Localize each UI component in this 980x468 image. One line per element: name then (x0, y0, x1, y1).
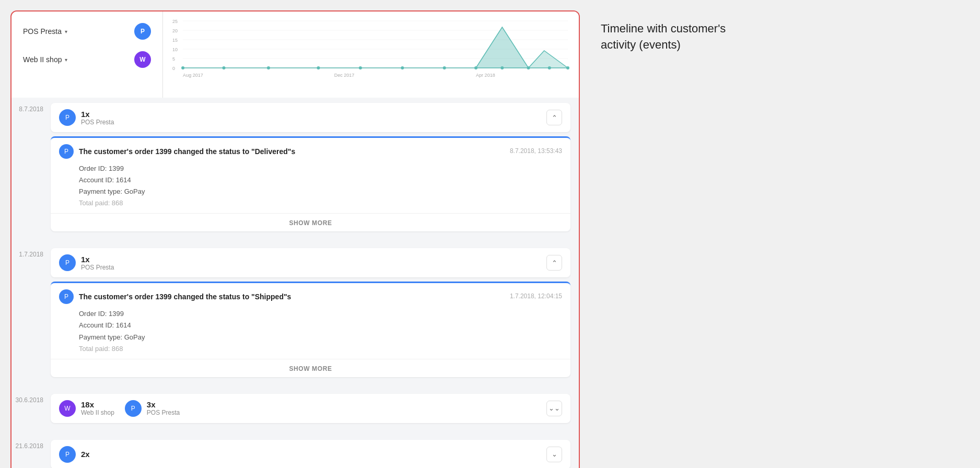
summary-info-2: 1x POS Presta (81, 255, 114, 271)
svg-marker-29 (476, 27, 529, 68)
summary-count-1: 1x (81, 110, 114, 119)
summary-source-3a: Web II shop (81, 409, 114, 416)
svg-point-17 (181, 66, 184, 69)
timeline-group-8-7-2018: 8.7.2018 P 1x POS Presta ⌃ (11, 98, 570, 237)
summary-left-4: P 2x (59, 446, 90, 463)
summary-count-2: 1x (81, 255, 114, 264)
timeline-container: 8.7.2018 P 1x POS Presta ⌃ (11, 98, 579, 468)
avatar-pos-1: P (59, 109, 76, 126)
detail-line-1-0: Order ID: 1399 (79, 163, 562, 174)
event-icon-1: P (59, 144, 74, 159)
detail-line-2-2: Payment type: GoPay (79, 332, 562, 343)
sidebar-item-pos-presta[interactable]: POS Presta ▾ P (18, 19, 156, 44)
svg-point-22 (401, 66, 404, 69)
shop-name-pos: POS Presta (23, 27, 62, 36)
svg-point-20 (317, 66, 320, 69)
timeline-group-21-6-2018: 21.6.2018 P 2x ⌄ (11, 435, 570, 468)
summary-card-3: W 18x Web II shop P 3x POS Pres (51, 394, 570, 423)
svg-text:25: 25 (172, 19, 178, 24)
event-title-row-2: The customer's order 1399 changed the st… (79, 292, 562, 301)
event-detail-2: P The customer's order 1399 changed the … (51, 282, 570, 377)
expand-btn-2[interactable]: ⌃ (546, 255, 562, 271)
date-label-21-6-2018: 21.6.2018 (11, 435, 51, 468)
detail-line-1-3: Total paid: 868 (79, 197, 562, 209)
summary-left-1: P 1x POS Presta (59, 109, 114, 126)
summary-card-2: P 1x POS Presta ⌃ (51, 248, 570, 277)
summary-card-4: P 2x ⌄ (51, 440, 570, 468)
events-30-6-2018: W 18x Web II shop P 3x POS Pres (51, 389, 570, 428)
event-title-row-1: The customer's order 1399 changed the st… (79, 147, 562, 156)
avatar-4: P (59, 446, 76, 463)
detail-line-2-1: Account ID: 1614 (79, 320, 562, 331)
shop-label-web: Web II shop ▾ (23, 55, 67, 64)
expand-btn-4[interactable]: ⌄ (546, 447, 562, 462)
event-timestamp-2: 1.7.2018, 12:04:15 (510, 292, 562, 300)
events-1-7-2018: P 1x POS Presta ⌃ P T (51, 243, 570, 382)
date-label-1-7-2018: 1.7.2018 (11, 243, 51, 382)
show-more-btn-1[interactable]: SHOW MORE (289, 219, 332, 227)
svg-text:Dec 2017: Dec 2017 (334, 73, 355, 78)
avatar-pos: P (134, 23, 151, 40)
summary-card-1: P 1x POS Presta ⌃ (51, 103, 570, 132)
description-title: Timeline with customer's activity (event… (601, 21, 747, 53)
event-timestamp-1: 8.7.2018, 13:53:43 (510, 147, 562, 155)
svg-point-21 (359, 66, 362, 69)
avatar-pos-2: P (59, 254, 76, 271)
activity-chart: 25 20 15 10 5 0 Aug 2017 (171, 17, 570, 85)
show-more-row-2: SHOW MORE (51, 359, 570, 377)
summary-source-1: POS Presta (81, 119, 114, 126)
description-panel: Timeline with customer's activity (event… (601, 10, 747, 53)
summary-info-3b: 3x POS Presta (147, 400, 180, 416)
svg-point-19 (267, 66, 270, 69)
main-container: POS Presta ▾ P Web II shop ▾ W (10, 10, 970, 468)
summary-count-3b: 3x (147, 400, 180, 409)
summary-source-2: POS Presta (81, 264, 114, 271)
events-21-6-2018: P 2x ⌄ (51, 435, 570, 468)
event-title-1: The customer's order 1399 changed the st… (79, 147, 295, 156)
detail-line-1-1: Account ID: 1614 (79, 174, 562, 186)
summary-left-3b: P 3x POS Presta (125, 400, 180, 417)
detail-line-2-3: Total paid: 868 (79, 343, 562, 355)
shop-name-web: Web II shop (23, 55, 62, 64)
timeline-group-30-6-2018: 30.6.2018 W 18x Web II shop (11, 389, 570, 428)
svg-text:20: 20 (172, 28, 178, 33)
chart-area: 25 20 15 10 5 0 Aug 2017 (163, 11, 579, 98)
events-8-7-2018: P 1x POS Presta ⌃ P T (51, 98, 570, 237)
expand-btn-1[interactable]: ⌃ (546, 110, 562, 125)
date-label-30-6-2018: 30.6.2018 (11, 389, 51, 428)
summary-info-3a: 18x Web II shop (81, 400, 114, 416)
summary-info-1: 1x POS Presta (81, 110, 114, 126)
show-more-btn-2[interactable]: SHOW MORE (289, 365, 332, 372)
event-icon-2: P (59, 289, 74, 304)
event-details-2: Order ID: 1399 Account ID: 1614 Payment … (51, 308, 570, 358)
dropdown-arrow-web: ▾ (65, 57, 67, 63)
svg-point-23 (443, 66, 446, 69)
avatar-web: W (134, 51, 151, 68)
svg-text:Apr 2018: Apr 2018 (476, 73, 495, 78)
svg-text:15: 15 (172, 38, 178, 43)
date-label-8-7-2018: 8.7.2018 (11, 98, 51, 237)
top-section: POS Presta ▾ P Web II shop ▾ W (11, 11, 579, 98)
svg-text:Aug 2017: Aug 2017 (183, 73, 203, 78)
shop-label-pos: POS Presta ▾ (23, 27, 67, 36)
event-title-2: The customer's order 1399 changed the st… (79, 292, 291, 301)
dropdown-arrow-pos: ▾ (65, 29, 67, 34)
event-details-1: Order ID: 1399 Account ID: 1614 Payment … (51, 163, 570, 213)
summary-source-3b: POS Presta (147, 409, 180, 416)
event-detail-1: P The customer's order 1399 changed the … (51, 136, 570, 231)
detail-line-1-2: Payment type: GoPay (79, 186, 562, 197)
summary-left-2: P 1x POS Presta (59, 254, 114, 271)
summary-count-4: 2x (81, 450, 90, 459)
summary-count-3a: 18x (81, 400, 114, 409)
svg-text:10: 10 (172, 47, 178, 52)
svg-text:5: 5 (172, 56, 175, 62)
svg-text:0: 0 (172, 66, 175, 71)
event-card-header-1: P The customer's order 1399 changed the … (51, 138, 570, 163)
summary-info-4: 2x (81, 450, 90, 459)
summary-left-3a: W 18x Web II shop (59, 400, 114, 417)
detail-line-2-0: Order ID: 1399 (79, 308, 562, 320)
expand-btn-3[interactable]: ⌄⌄ (546, 401, 562, 416)
sidebar-item-web-shop[interactable]: Web II shop ▾ W (18, 47, 156, 72)
avatar-pos-3: P (125, 400, 142, 417)
svg-point-18 (223, 66, 226, 69)
